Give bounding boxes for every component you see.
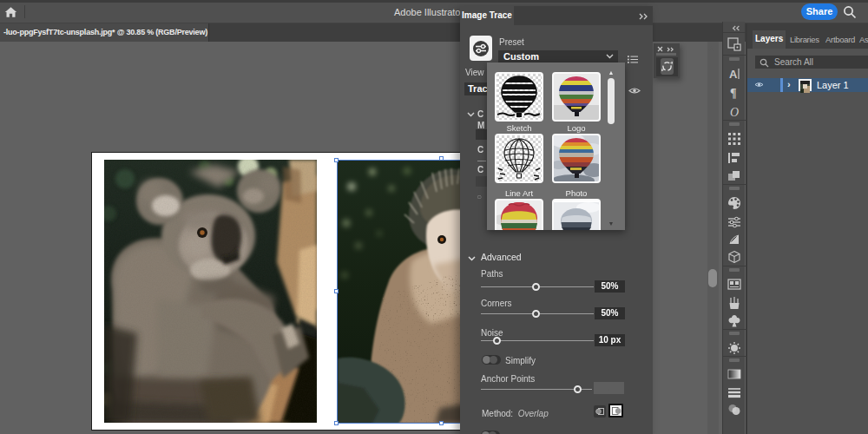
svg-text:O: O <box>730 106 739 119</box>
svg-text:¶: ¶ <box>730 87 737 100</box>
svg-text:A: A <box>729 68 738 81</box>
